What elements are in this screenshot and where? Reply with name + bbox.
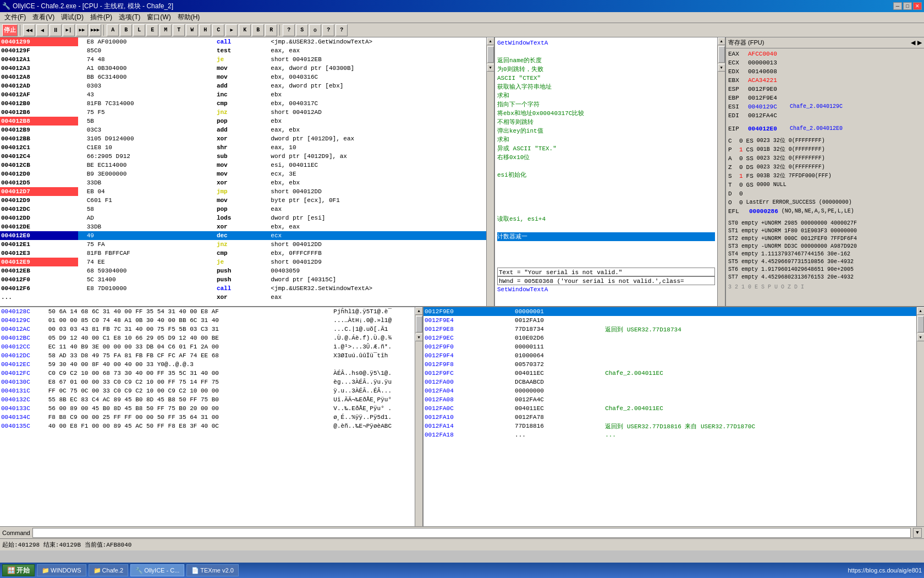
tb-k[interactable]: K <box>239 24 251 36</box>
reg-value[interactable]: 0040129C <box>748 102 788 111</box>
hex-row[interactable]: 004012FCC0 C9 C2 10 00 68 73 30 40 00 FF… <box>0 369 415 378</box>
back-button[interactable]: ◀ <box>36 24 48 36</box>
info-scroll-up[interactable]: ▲ <box>718 37 725 45</box>
stack-row[interactable]: 0012FA0400000000 <box>424 386 916 395</box>
menu-help[interactable]: 帮助(H) <box>174 12 204 23</box>
reg-value[interactable]: 0012F9E4 <box>748 94 788 102</box>
table-row[interactable]: 004012C1C1E8 10shreax, 10 <box>0 143 486 152</box>
reg-value[interactable]: 00140608 <box>748 67 788 76</box>
stack-row[interactable]: 0012F9F000000111 <box>424 342 916 351</box>
info-scrollbar[interactable]: ▲ ▼ <box>717 37 725 306</box>
tb-h[interactable]: H <box>199 24 211 36</box>
tb-m[interactable]: M <box>160 24 172 36</box>
tb-q1[interactable]: ? <box>283 24 295 36</box>
tb-w[interactable]: W <box>186 24 198 36</box>
reg-value[interactable]: 0012F9E0 <box>748 85 788 94</box>
tb-s[interactable]: S <box>296 24 308 36</box>
taskbar-ollyice[interactable]: 🔧 OllyICE - C... <box>130 564 184 576</box>
tb-a[interactable]: A <box>107 24 119 36</box>
table-row[interactable]: 0040129F85C0testeax, eax <box>0 46 486 55</box>
hex-row[interactable]: 004012DC58 AD 33 D8 49 75 FA 81 FB FB CF… <box>0 351 415 360</box>
table-row[interactable]: 004012A8BB 6C314000movebx, 0040316C <box>0 73 486 81</box>
tb-e[interactable]: E <box>146 24 158 36</box>
stack-scroll-down[interactable]: ▼ <box>917 334 925 341</box>
reg-value[interactable]: ACA34221 <box>748 76 788 85</box>
tb-r[interactable]: R <box>265 24 277 36</box>
stack-row[interactable]: 0012F9E877D18734返回到 USER32.77D18734 <box>424 325 916 334</box>
table-row[interactable]: 004012DC58popeax <box>0 205 486 214</box>
reg-nav-left[interactable]: ◀ <box>911 39 915 46</box>
maximize-button[interactable]: □ <box>903 2 912 10</box>
menu-file[interactable]: 文件(F) <box>1 12 29 23</box>
menu-view[interactable]: 查看(V) <box>29 12 58 23</box>
table-row[interactable]: 004012F6E8 7D010000call<jmp.&USER32.SetW… <box>0 284 486 293</box>
table-row[interactable]: 004012AF43incebx <box>0 90 486 99</box>
info-scroll-thumb[interactable] <box>718 46 725 63</box>
menu-options[interactable]: 选项(T) <box>116 12 144 23</box>
reg-value[interactable]: AFCC0040 <box>748 50 788 58</box>
stack-row[interactable]: 0012F9E40012FA10 <box>424 316 916 325</box>
scroll-thumb[interactable] <box>487 46 494 63</box>
hex-row[interactable]: 004012AC00 03 03 43 81 FB 7C 31 40 00 75… <box>0 325 415 334</box>
stack-scroll-thumb[interactable] <box>917 316 924 332</box>
stack-row[interactable]: 0012F9FC004011ECChafe_2.004011EC <box>424 369 916 378</box>
command-input[interactable] <box>32 528 911 538</box>
run-button[interactable]: ▶▶▶ <box>89 24 101 36</box>
hex-scrollbar[interactable]: ▲ ▼ <box>415 307 422 526</box>
menu-window[interactable]: 窗口(W) <box>144 12 174 23</box>
table-row[interactable]: 004012DE33DBxorebx, eax <box>0 222 486 231</box>
minimize-button[interactable]: ─ <box>893 2 902 10</box>
hex-row[interactable]: 004012BC05 D9 12 40 00 C1 E8 10 66 29 05… <box>0 334 415 342</box>
stack-row[interactable]: 0012FA18...... <box>424 430 916 439</box>
stack-row[interactable]: 0012FA0C004011ECChafe_2.004011EC <box>424 404 916 413</box>
table-row[interactable]: 004012AD0303addeax, dword ptr [ebx] <box>0 81 486 90</box>
reg-nav-right[interactable]: ▶ <box>917 39 922 46</box>
taskbar-texme[interactable]: 📄 TEXme v2.0 <box>186 564 239 576</box>
hex-row[interactable]: 0040130CE8 67 01 00 00 33 C0 C9 C2 10 00… <box>0 378 415 386</box>
stack-scroll-up[interactable]: ▲ <box>917 307 925 315</box>
tb-l[interactable]: L <box>133 24 145 36</box>
hex-row[interactable]: 0040128C50 6A 14 68 6C 31 40 00 FF 35 54… <box>0 307 415 316</box>
disasm-scrollbar[interactable]: ▲ ▼ <box>486 37 494 306</box>
tb-q2[interactable]: ? <box>322 24 334 36</box>
info-scroll-down[interactable]: ▼ <box>718 64 725 72</box>
start-button[interactable]: 🪟 开始 <box>2 564 35 576</box>
taskbar-windows[interactable]: 📁 WINDOWS <box>37 564 86 576</box>
table-row[interactable]: 004012F05C 31400pushdword ptr [40315C] <box>0 275 486 284</box>
table-row[interactable]: 004012A3A1 0B304000moveax, dword ptr [40… <box>0 64 486 73</box>
tb-gear[interactable]: ⚙ <box>309 24 321 36</box>
hex-row[interactable]: 0040132C55 8B EC 83 C4 AC 89 45 B0 8D 45… <box>0 395 415 404</box>
table-row[interactable]: 004012EB68 59304000push00403059 <box>0 266 486 275</box>
stop-button[interactable]: 停止 <box>2 24 18 36</box>
scroll-down[interactable]: ▼ <box>487 64 494 72</box>
stack-row[interactable]: 0012FA1477D18816返回到 USER32.77D18816 来自 U… <box>424 422 916 430</box>
tb-br[interactable]: B <box>252 24 264 36</box>
table-row[interactable]: 004012B85Bpopebx <box>0 117 486 126</box>
table-row[interactable]: 004012B081FB 7C314000cmpebx, 0040317C <box>0 99 486 108</box>
scroll-up[interactable]: ▲ <box>487 37 494 45</box>
table-row[interactable]: 004012D533DBxorebx, ebx <box>0 178 486 187</box>
close-button[interactable]: ✕ <box>913 2 922 10</box>
table-row[interactable]: 004012A174 48jeshort 004012EB <box>0 55 486 64</box>
menu-debug[interactable]: 调试(D) <box>58 12 87 23</box>
table-row[interactable]: 004012D7EB 04jmpshort 004012DD <box>0 187 486 196</box>
tb-t[interactable]: T <box>173 24 185 36</box>
stack-row[interactable]: 0012FA100012FA78 <box>424 413 916 422</box>
table-row[interactable]: 004012B903C3addeax, ebx <box>0 126 486 134</box>
step-over[interactable]: ▶▶ <box>76 24 88 36</box>
step-into[interactable]: ▶| <box>63 24 75 36</box>
hex-row[interactable]: 004012CCEC 11 40 B9 3E 00 00 00 33 DB 04… <box>0 342 415 351</box>
rewind-button[interactable]: ◀◀ <box>23 24 35 36</box>
stack-scrollbar[interactable]: ▲ ▼ <box>916 307 924 526</box>
taskbar-chafe[interactable]: 📁 Chafe.2 <box>89 564 129 576</box>
table-row[interactable]: 004012E381FB FBFFCAFcmpebx, 0FFFCFFFB <box>0 249 486 258</box>
tb-b[interactable]: B <box>120 24 132 36</box>
stack-row[interactable]: 0012FA080012FA4C <box>424 395 916 404</box>
hex-scroll-thumb[interactable] <box>416 316 422 332</box>
reg-value[interactable]: 00000013 <box>748 58 788 67</box>
hex-row[interactable]: 0040134CF8 B8 C9 00 00 25 FF FF 00 00 50… <box>0 413 415 422</box>
menu-plugin[interactable]: 插件(P) <box>87 12 116 23</box>
hex-row[interactable]: 004012EC59 30 40 00 8F 40 00 40 00 33 Y0… <box>0 360 415 369</box>
table-row[interactable]: 004012B675 F5jnzshort 004012AD <box>0 108 486 117</box>
stack-row[interactable]: 0012F9F800570372 <box>424 360 916 369</box>
